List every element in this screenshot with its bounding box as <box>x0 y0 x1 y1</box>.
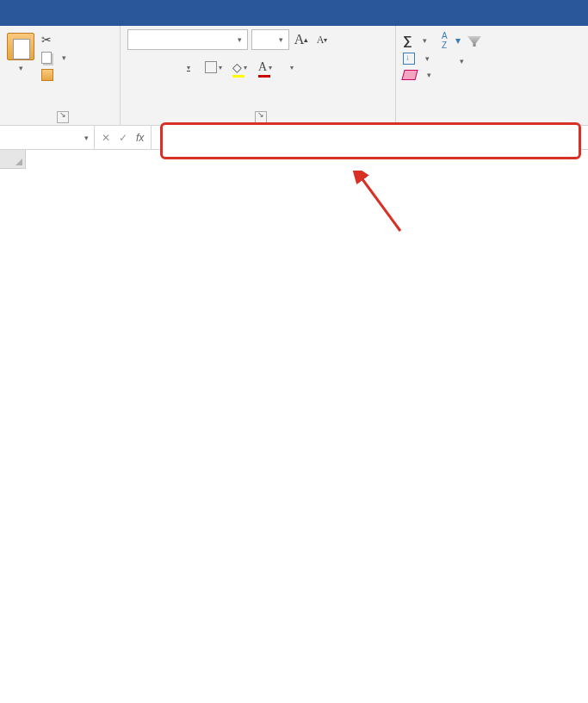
chevron-down-icon: ▾ <box>460 57 464 65</box>
fill-button[interactable]: ▾ <box>403 53 431 65</box>
menu-tabs <box>0 0 588 26</box>
dialog-launcher-icon[interactable] <box>57 111 69 123</box>
cut-button[interactable]: ✂ <box>41 33 66 47</box>
chevron-down-icon: ▾ <box>425 54 430 63</box>
formula-bar-row: ▾ ✕ ✓ fx <box>0 126 588 150</box>
chevron-down-icon: ▾ <box>187 64 190 72</box>
fill-down-icon <box>403 53 415 65</box>
chevron-down-icon: ▾ <box>84 134 89 142</box>
increase-font-button[interactable]: A▴ <box>293 29 310 50</box>
chevron-down-icon: ▾ <box>219 64 222 72</box>
sort-filter-button[interactable]: ▾ <box>442 29 481 121</box>
chevron-down-icon: ▾ <box>427 71 431 79</box>
scissors-icon: ✂ <box>41 33 55 47</box>
chevron-down-icon: ▾ <box>244 64 247 72</box>
format-painter-button[interactable] <box>41 69 66 81</box>
sort-icon <box>442 29 466 53</box>
phonetic-button[interactable]: ▾ <box>282 59 300 76</box>
paste-button[interactable]: ▾ <box>7 29 34 109</box>
chevron-down-icon: ▾ <box>290 64 294 72</box>
cancel-icon[interactable]: ✕ <box>102 132 110 144</box>
ribbon-group-font: ▾ ▾ A▴ A▾ ▾ ▾ ◇▾ A▾ ▾ <box>121 26 396 125</box>
bold-button[interactable] <box>127 59 145 76</box>
border-button[interactable]: ▾ <box>205 59 222 76</box>
copy-icon <box>41 52 52 64</box>
underline-button[interactable]: ▾ <box>179 59 196 76</box>
formula-bar[interactable] <box>152 126 588 149</box>
chevron-down-icon: ▾ <box>62 53 66 62</box>
chevron-down-icon: ▾ <box>423 36 427 45</box>
formula-buttons: ✕ ✓ fx <box>95 126 152 149</box>
font-name-select[interactable]: ▾ <box>127 29 248 50</box>
chevron-down-icon: ▾ <box>269 64 272 72</box>
copy-button[interactable]: ▾ <box>41 52 66 64</box>
clear-button[interactable]: ▾ <box>403 70 431 80</box>
fx-icon[interactable]: fx <box>136 132 144 144</box>
chevron-down-icon: ▾ <box>279 35 283 44</box>
autosum-button[interactable]: ∑ ▾ <box>403 33 431 47</box>
ribbon-group-clipboard: ▾ ✂ ▾ <box>0 26 121 125</box>
bucket-icon: ◇ <box>232 60 242 74</box>
font-size-select[interactable]: ▾ <box>251 29 289 50</box>
ribbon-group-editing: ∑ ▾ ▾ ▾ <box>396 26 588 125</box>
enter-icon[interactable]: ✓ <box>119 132 127 144</box>
name-box[interactable]: ▾ <box>0 126 95 149</box>
formula-highlight <box>160 122 581 159</box>
font-color-button[interactable]: A▾ <box>257 59 274 76</box>
paste-icon <box>7 33 34 60</box>
fill-color-button[interactable]: ◇▾ <box>231 59 248 76</box>
chevron-down-icon: ▾ <box>19 64 23 72</box>
decrease-font-button[interactable]: A▾ <box>313 29 331 50</box>
select-all-triangle[interactable] <box>0 150 26 169</box>
chevron-down-icon: ▾ <box>238 35 242 44</box>
border-icon <box>205 61 217 73</box>
ribbon: ▾ ✂ ▾ <box>0 26 588 126</box>
dialog-launcher-icon[interactable] <box>255 111 267 123</box>
italic-button[interactable] <box>153 59 170 76</box>
filter-icon <box>467 36 481 47</box>
sigma-icon: ∑ <box>403 33 412 47</box>
eraser-icon <box>401 70 418 80</box>
format-painter-icon <box>41 69 53 81</box>
